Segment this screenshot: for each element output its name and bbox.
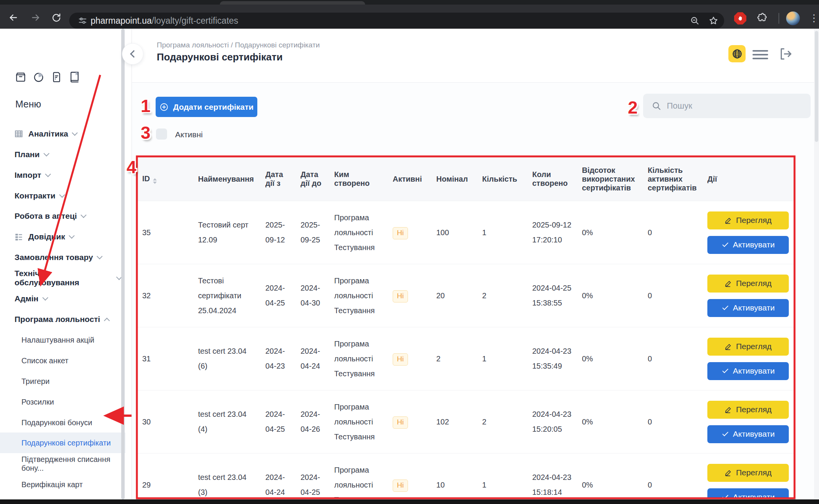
sidebar-scrollbar[interactable] (121, 29, 125, 499)
sidebar-item-analytics[interactable]: Аналітика (0, 124, 121, 143)
archive-box-icon[interactable] (15, 71, 27, 85)
cell-used-pct: 0% (577, 264, 643, 327)
cell-actions: Перегляд Активувати (703, 327, 794, 390)
sidebar-collapse-button[interactable] (122, 43, 143, 65)
adblock-extension-icon[interactable] (734, 12, 746, 24)
search-box[interactable] (643, 94, 811, 118)
sidebar-subitem-triggers[interactable]: Тригери (0, 371, 125, 392)
cell-used-pct: 0% (577, 390, 643, 454)
book-icon[interactable] (68, 71, 81, 85)
sidebar-item-contracts[interactable]: Контракти (0, 186, 121, 205)
pencil-icon (725, 216, 732, 224)
cell-name: test cert 23.04 (6) (193, 327, 261, 390)
sidebar-subitem-bonus-writeoff-confirm[interactable]: Підтвердження списання бону... (0, 454, 125, 474)
sort-icon[interactable] (153, 178, 157, 184)
sidebar-item-directory[interactable]: Довідник (0, 227, 121, 246)
cell-actions: Перегляд Активувати (703, 201, 794, 264)
logout-icon[interactable] (778, 46, 793, 62)
cell-active-count: 0 (643, 264, 703, 327)
language-globe-button[interactable] (728, 45, 746, 62)
url-path: /loyalty/gift-certificates (152, 16, 238, 26)
sidebar-item-maintenance[interactable]: Технічне обслуговування (0, 268, 121, 288)
sidebar-item-admin[interactable]: Адмін (0, 289, 121, 308)
column-header-id[interactable]: ID (138, 157, 193, 201)
browser-tab-strip (0, 0, 819, 5)
chevron-left-icon (130, 50, 138, 58)
cell-created-at: 2024-04-23 15:35:49 (528, 327, 577, 390)
list-icon (14, 232, 24, 242)
extensions-puzzle-icon[interactable] (756, 12, 768, 23)
url-text[interactable]: pharmapoint.ua/loyalty/gift-certificates (91, 16, 238, 26)
sidebar-subitem-gift-certificates[interactable]: Подарункові сертифікати (0, 432, 125, 453)
activate-button[interactable]: Активувати (707, 425, 789, 443)
sidebar-item-import[interactable]: Імпорт (0, 166, 121, 185)
sidebar-item-pharmacy-work[interactable]: Робота в аптеці (0, 206, 121, 226)
cell-id: 32 (138, 264, 193, 327)
search-input[interactable] (666, 101, 794, 111)
cell-name: test cert 23.04 (3) (193, 454, 261, 498)
page-title: Подарункові сертифікати (157, 51, 283, 63)
chevron-down-icon (59, 192, 65, 198)
cell-created-by: Програма лояльності Тестування (330, 390, 388, 454)
browser-menu-icon[interactable]: ⋮ (809, 11, 813, 24)
window-scrollbar[interactable] (814, 29, 819, 499)
cell-date-to: 2024-04-30 (296, 264, 330, 327)
view-button[interactable]: Перегляд (707, 275, 789, 293)
url-host: pharmapoint.ua (91, 16, 152, 26)
scrollbar-thumb[interactable] (815, 31, 818, 142)
check-icon (722, 493, 729, 497)
cell-date-from: 2025-09-12 (261, 201, 296, 264)
pie-chart-icon[interactable] (32, 71, 45, 85)
check-icon (722, 241, 729, 249)
sidebar-item-loyalty-program[interactable]: Програма лояльності (0, 310, 121, 329)
zoom-out-page-icon[interactable] (690, 16, 700, 27)
cell-active: Ні (388, 327, 432, 390)
back-icon[interactable] (8, 12, 19, 23)
cell-name: Тестовий серт 12.09 (193, 201, 261, 264)
status-badge: Ні (393, 480, 408, 492)
sidebar-subitem-gift-bonuses[interactable]: Подарункові бонуси (0, 412, 125, 433)
cell-date-from: 2024-04-25 (261, 390, 296, 454)
cell-date-to: 2025-09-25 (296, 201, 330, 264)
sidebar-subitem-card-verification[interactable]: Верифікація карт (0, 474, 125, 495)
sidebar-subitem-promo-settings[interactable]: Налаштування акцій (0, 330, 125, 350)
table-row: 32 Тестові сертифікати 25.04.2024 2024-0… (138, 264, 794, 327)
sidebar-item-goods-orders[interactable]: Замовлення товару (0, 248, 121, 267)
activate-button[interactable]: Активувати (707, 488, 789, 498)
active-filter-checkbox[interactable] (156, 128, 167, 140)
cell-active: Ні (388, 454, 432, 498)
view-button[interactable]: Перегляд (707, 464, 789, 482)
view-button[interactable]: Перегляд (707, 401, 789, 419)
document-icon[interactable] (50, 71, 63, 85)
cell-actions: Перегляд Активувати (703, 390, 794, 454)
column-header-date-to: Дата дії до (296, 157, 330, 201)
view-button[interactable]: Перегляд (707, 211, 789, 229)
site-settings-icon[interactable] (78, 16, 88, 27)
bookmark-star-icon[interactable] (708, 16, 718, 27)
sidebar-subitem-questionnaires[interactable]: Список анкет (0, 350, 125, 371)
activate-button[interactable]: Активувати (707, 299, 789, 317)
bottom-edge (0, 499, 819, 504)
cell-used-pct: 0% (577, 454, 643, 498)
activate-button[interactable]: Активувати (707, 236, 789, 254)
url-bar[interactable]: pharmapoint.ua/loyalty/gift-certificates (69, 13, 724, 29)
hamburger-menu-icon[interactable] (752, 50, 768, 62)
sidebar-subitem-mailings[interactable]: Розсилки (0, 392, 125, 412)
view-button[interactable]: Перегляд (707, 338, 789, 356)
activate-button[interactable]: Активувати (707, 362, 789, 380)
profile-avatar[interactable] (786, 11, 800, 25)
breadcrumb[interactable]: Програма лояльності / Подарункові сертиф… (157, 41, 320, 49)
grid-icon (14, 129, 24, 139)
cell-active-count: 0 (643, 390, 703, 454)
sidebar-item-plans[interactable]: Плани (0, 145, 121, 164)
chevron-down-icon (81, 212, 87, 218)
add-certificates-button[interactable]: Додати сертифікати (156, 97, 257, 117)
cell-nominal: 10 (432, 454, 478, 498)
column-header-created-by: Ким створено (330, 157, 388, 201)
search-icon (652, 101, 661, 111)
cell-quantity: 1 (478, 327, 528, 390)
cell-date-to: 2024-04-26 (296, 390, 330, 454)
browser-tab[interactable] (220, 1, 365, 5)
forward-icon[interactable] (30, 12, 41, 23)
reload-icon[interactable] (50, 12, 62, 23)
